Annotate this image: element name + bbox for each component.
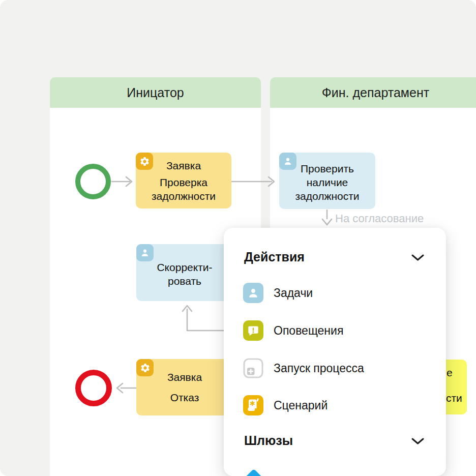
start-event-circle[interactable] [75, 164, 111, 199]
palette-item-tasks[interactable]: Задачи [243, 283, 313, 303]
task-name: Скорректи- ровать [157, 260, 212, 288]
end-event-circle[interactable] [75, 370, 112, 406]
task-title: Заявка [167, 370, 202, 384]
palette-item-process-start[interactable]: Запуск процесса [243, 358, 364, 378]
chevron-down-icon[interactable] [411, 250, 425, 264]
palette-item-scenario[interactable]: Сценарий [243, 395, 328, 415]
task-node-request-reject[interactable]: Заявка Отказ [136, 359, 233, 415]
palette-item-label: Сценарий [274, 399, 328, 412]
notification-icon [243, 320, 263, 341]
lane-title: Иницатор [127, 85, 184, 100]
task-name: Проверка задолжности [152, 175, 216, 203]
sticky-text-fragment: сти [446, 392, 462, 404]
task-name: Отказ [170, 391, 199, 404]
user-icon [136, 244, 154, 261]
process-editor-canvas: Иницатор Фин. департамент На согласовани… [0, 0, 476, 476]
task-name: Проверить наличие задолжности [295, 162, 359, 203]
task-node-verify-debt[interactable]: Проверить наличие задолжности [279, 153, 375, 209]
chevron-down-icon[interactable] [411, 433, 425, 448]
gateway-diamond-icon[interactable] [243, 468, 265, 476]
palette-item-label: Оповещения [274, 324, 343, 338]
task-node-correct[interactable]: Скорректи- ровать [136, 244, 233, 301]
user-task-icon [243, 283, 263, 303]
section-header-actions[interactable]: Действия [244, 250, 425, 264]
section-title: Действия [244, 250, 305, 264]
section-title: Шлюзы [244, 433, 293, 448]
scenario-icon [243, 395, 263, 415]
element-palette-popup: Действия Задачи Оповещения [224, 228, 446, 476]
lane-header-fin-department[interactable]: Фин. департамент [270, 77, 476, 108]
sequence-flow-label: На согласование [335, 212, 424, 225]
gear-icon [136, 359, 154, 376]
lane-title: Фин. департамент [322, 85, 429, 100]
palette-item-label: Запуск процесса [274, 362, 364, 375]
palette-item-notifications[interactable]: Оповещения [243, 320, 343, 341]
gear-icon [136, 153, 153, 170]
process-start-icon [243, 358, 263, 378]
palette-item-label: Задачи [274, 286, 313, 300]
task-title: Заявка [166, 159, 201, 172]
lane-header-initiator[interactable]: Иницатор [50, 77, 261, 108]
sticky-text-fragment: е [447, 367, 453, 379]
user-icon [279, 153, 296, 170]
section-header-gateways[interactable]: Шлюзы [244, 433, 425, 448]
task-node-request-debt-check[interactable]: Заявка Проверка задолжности [136, 153, 231, 209]
